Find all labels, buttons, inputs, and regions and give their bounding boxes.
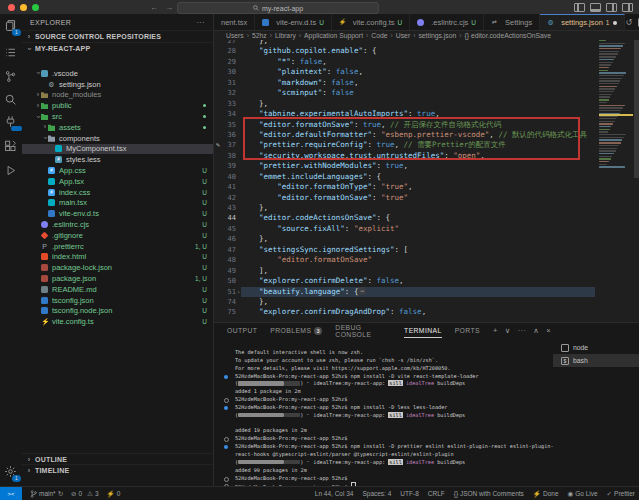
tree-item-components[interactable]: ›components	[22, 133, 213, 144]
search-sidebar-icon[interactable]	[4, 93, 18, 107]
status-item-label: Spaces: 4	[362, 490, 391, 497]
run-debug-icon[interactable]	[4, 164, 18, 178]
tree-item-node-modules[interactable]: ›node_modules	[22, 90, 213, 101]
vscode-window: ← → my-react-app 1	[0, 0, 639, 500]
status-item--json-with-comments[interactable]: {} JSON with Comments	[454, 490, 524, 497]
status-item-utf-8[interactable]: UTF-8	[400, 490, 418, 497]
navigate-back-button[interactable]: ←	[150, 3, 158, 12]
status-item-done[interactable]: ⚡Done	[533, 490, 559, 498]
command-center-search[interactable]: my-react-app	[177, 2, 379, 14]
ports-status[interactable]: ⚡0	[107, 490, 121, 498]
tree-item-index-html[interactable]: index.htmlU	[22, 252, 213, 263]
toggle-panel-icon[interactable]	[590, 3, 601, 12]
tree-item--eslintrc-cjs[interactable]: .eslintrc.cjsU	[22, 219, 213, 230]
tab-vite-config-ts[interactable]: ⚡vite.config.tsU	[332, 14, 410, 30]
terminal-dropdown-icon[interactable]: ∨	[505, 326, 511, 335]
tree-item-index-css[interactable]: #index.cssU	[22, 187, 213, 198]
tree-item-vite-env-d-ts[interactable]: vite-env.d.tsU	[22, 208, 213, 219]
zoom-window-button[interactable]	[32, 4, 39, 11]
tab-nent-tsx[interactable]: nent.tsx	[214, 14, 255, 30]
code-text: "*": false,	[241, 57, 327, 67]
line-number: 74	[222, 297, 236, 307]
status-item-go-live[interactable]: ◉Go Live	[568, 490, 598, 498]
source-control-icon[interactable]	[4, 70, 18, 84]
tree-item-src[interactable]: ›src	[22, 111, 213, 122]
tree-item-styles-less[interactable]: #styles.less	[22, 154, 213, 165]
remote-explorer-icon[interactable]	[4, 115, 18, 129]
editor-scrollbar[interactable]	[634, 40, 639, 178]
panel-tab-output[interactable]: OUTPUT	[227, 323, 257, 338]
panel-tab-problems[interactable]: PROBLEMS3	[270, 323, 322, 338]
breadcrumb-item[interactable]: Library	[275, 32, 296, 39]
customize-layout-icon[interactable]	[622, 3, 633, 12]
tree-item--gitignore[interactable]: .gitignoreU	[22, 230, 213, 241]
status-item-ln-44-col-34[interactable]: Ln 44, Col 34	[315, 490, 354, 497]
code-text: "scminput": false	[241, 88, 354, 98]
file-name: vite-env.d.ts	[59, 209, 99, 218]
tree-item-assets[interactable]: ›assets	[22, 122, 213, 133]
open-changes-icon[interactable]: ↺	[625, 18, 632, 27]
breadcrumb-item[interactable]: Code	[371, 32, 387, 39]
tree-item-app-tsx[interactable]: App.tsxU	[22, 176, 213, 187]
remote-indicator[interactable]: ><	[0, 487, 22, 500]
git-branch-status[interactable]: main* ↻	[30, 490, 63, 498]
breadcrumb-item[interactable]: Users	[226, 32, 244, 39]
tree-item-main-tsx[interactable]: main.tsxU	[22, 198, 213, 209]
extensions-icon[interactable]	[4, 140, 18, 154]
tree-item-app-css[interactable]: #App.cssU	[22, 165, 213, 176]
code-editor[interactable]: 27 },28 "github.copilot.enable": {29 "*"…	[214, 40, 639, 322]
breadcrumb[interactable]: Users›52hz›Library›Application Support›C…	[214, 30, 639, 40]
close-panel-icon[interactable]: ×	[546, 326, 551, 335]
new-terminal-icon[interactable]: +	[493, 326, 498, 335]
minimap[interactable]	[599, 40, 633, 192]
tree-item-mycomponent-tsx[interactable]: MyComponent.tsx	[22, 144, 213, 155]
tree-item--vscode[interactable]: ›.vscode	[22, 68, 213, 79]
breadcrumb-item[interactable]: settings.json	[418, 32, 456, 39]
panel-tab-label: DEBUG CONSOLE	[335, 324, 391, 338]
panel-tab-terminal[interactable]: TERMINAL	[404, 323, 442, 338]
status-item-spaces-4[interactable]: Spaces: 4	[362, 490, 391, 497]
status-item-prettier[interactable]: ✓Prettier	[607, 490, 635, 498]
minimize-window-button[interactable]	[20, 4, 27, 11]
tree-item-settings-json[interactable]: ⚙settings.json	[22, 79, 213, 90]
section-source-control-repositories[interactable]: › SOURCE CONTROL REPOSITORIES	[22, 30, 213, 42]
tab-vite-env-d-ts[interactable]: vite-env.d.tsU	[255, 14, 332, 30]
tab-settings-json[interactable]: ⚙settings.json1	[540, 14, 625, 30]
tree-item-public[interactable]: ›public	[22, 100, 213, 111]
panel-tab-bar: OUTPUTPROBLEMS3DEBUG CONSOLETERMINALPORT…	[214, 323, 639, 338]
panel-more-icon[interactable]: ···	[518, 326, 527, 335]
navigate-forward-button[interactable]: →	[165, 3, 173, 12]
tab-settings[interactable]: ⇄Settings	[484, 14, 540, 30]
gutter-spacer	[214, 67, 222, 77]
breadcrumb-item[interactable]: Application Support	[304, 32, 363, 39]
tree-item--prettierrc[interactable]: P.prettierrc1, U	[22, 241, 213, 252]
tab--eslintrc-cjs[interactable]: .eslintrc.cjsU	[410, 14, 484, 30]
status-item-crlf[interactable]: CRLF	[428, 490, 445, 497]
tree-item-tsconfig-json[interactable]: tsconfig.jsonU	[22, 295, 213, 306]
tree-item-readme-md[interactable]: README.mdU	[22, 284, 213, 295]
section-my-react-app[interactable]: › MY-REACT-APP	[22, 42, 213, 54]
maximize-panel-icon[interactable]: ∧	[533, 326, 539, 335]
tree-item-tsconfig-node-json[interactable]: tsconfig.node.jsonU	[22, 306, 213, 317]
breadcrumb-item[interactable]: User	[396, 32, 410, 39]
explorer-icon[interactable]: 1	[4, 19, 18, 33]
outline-list-icon[interactable]	[4, 46, 18, 60]
terminal-instance-node[interactable]: node	[553, 341, 639, 354]
toggle-secondary-sidebar-icon[interactable]	[606, 3, 617, 12]
terminal-instance-bash[interactable]: $bash	[553, 354, 639, 367]
section-timeline[interactable]: › TIMELINE	[22, 464, 213, 476]
tree-item-vite-config-ts[interactable]: ⚡vite.config.tsU	[22, 316, 213, 327]
panel-tab-debug-console[interactable]: DEBUG CONSOLE	[335, 323, 391, 338]
breadcrumb-item[interactable]: {} editor.codeActionsOnSave	[464, 32, 551, 39]
warnings-icon: ⚠	[87, 490, 93, 498]
terminal-output[interactable]: The default interactive shell is now zsh…	[223, 349, 549, 490]
problems-status[interactable]: ⊘0 ⚠3	[71, 490, 99, 498]
panel-tab-ports[interactable]: PORTS	[455, 323, 480, 338]
tree-item-package-json[interactable]: package.json1, U	[22, 273, 213, 284]
close-window-button[interactable]	[8, 4, 15, 11]
explorer-more-actions-icon[interactable]: ···	[197, 19, 205, 26]
manage-gear-icon[interactable]: 1	[4, 465, 18, 479]
breadcrumb-item[interactable]: 52hz	[252, 32, 267, 39]
tree-item-package-lock-json[interactable]: package-lock.jsonU	[22, 262, 213, 273]
toggle-sidebar-icon[interactable]	[574, 3, 585, 12]
